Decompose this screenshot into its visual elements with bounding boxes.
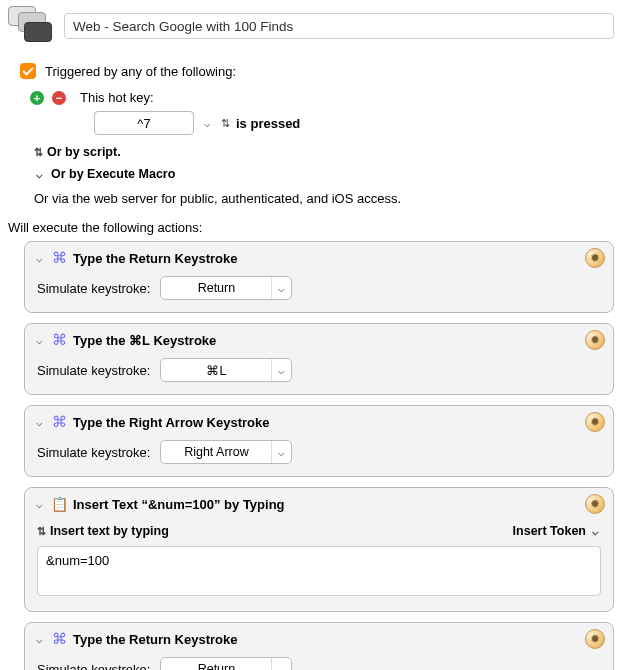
gear-icon[interactable]: ✹	[585, 248, 605, 268]
chevron-down-icon[interactable]: ⌵	[271, 359, 291, 381]
disclosure-chevron-icon[interactable]: ⌵	[33, 416, 45, 429]
actions-list: ⌵ ⌘ Type the Return Keystroke ✹ Simulate…	[24, 241, 614, 670]
or-webserver-label: Or via the web server for public, authen…	[34, 191, 614, 206]
keystroke-select[interactable]: Right Arrow ⌵	[160, 440, 292, 464]
command-icon: ⌘	[51, 630, 67, 648]
triggered-by-label: Triggered by any of the following:	[45, 64, 236, 79]
keystroke-select[interactable]: Return ⌵	[160, 276, 292, 300]
triggered-enabled-checkbox[interactable]	[20, 63, 36, 79]
simulate-label: Simulate keystroke:	[37, 662, 150, 671]
pressed-label: is pressed	[236, 116, 300, 131]
hotkey-field[interactable]	[94, 111, 194, 135]
chevron-down-icon[interactable]: ⌵	[271, 658, 291, 670]
chevron-down-icon: ⌵	[590, 525, 601, 538]
action-card: ⌵ ⌘ Type the Return Keystroke ✹ Simulate…	[24, 622, 614, 670]
will-execute-label: Will execute the following actions:	[8, 220, 614, 235]
add-trigger-icon[interactable]: +	[30, 91, 44, 105]
gear-icon[interactable]: ✹	[585, 330, 605, 350]
disclosure-chevron-icon[interactable]: ⌵	[33, 498, 45, 511]
simulate-label: Simulate keystroke:	[37, 445, 150, 460]
gear-icon[interactable]: ✹	[585, 494, 605, 514]
insert-token-label: Insert Token	[513, 524, 586, 538]
action-card: ⌵ ⌘ Type the ⌘L Keystroke ✹ Simulate key…	[24, 323, 614, 395]
disclosure-chevron-icon[interactable]: ⌵	[33, 334, 45, 347]
keystroke-select[interactable]: ⌘L ⌵	[160, 358, 292, 382]
or-execute-chevron-icon[interactable]: ⌵	[34, 168, 45, 181]
disclosure-chevron-icon[interactable]: ⌵	[33, 633, 45, 646]
chevron-down-icon[interactable]: ⌵	[271, 277, 291, 299]
gear-icon[interactable]: ✹	[585, 412, 605, 432]
app-icon	[8, 6, 52, 46]
insert-token-button[interactable]: Insert Token ⌵	[513, 524, 601, 538]
remove-trigger-icon[interactable]: −	[52, 91, 66, 105]
insert-text-field[interactable]	[37, 546, 601, 596]
keystroke-value: Return	[161, 658, 271, 670]
keystroke-select[interactable]: Return ⌵	[160, 657, 292, 670]
keystroke-value: Return	[161, 277, 271, 299]
action-title: Type the Right Arrow Keystroke	[73, 415, 579, 430]
action-title: Type the Return Keystroke	[73, 632, 579, 647]
or-by-script-label: Or by script.	[47, 145, 121, 159]
hotkey-label: This hot key:	[80, 90, 154, 105]
command-icon: ⌘	[51, 331, 67, 349]
insert-mode-updown-icon[interactable]: ⇅	[37, 525, 44, 538]
simulate-label: Simulate keystroke:	[37, 281, 150, 296]
action-card: ⌵ 📋 Insert Text “&num=100” by Typing ✹ ⇅…	[24, 487, 614, 612]
command-icon: ⌘	[51, 249, 67, 267]
clipboard-icon: 📋	[51, 496, 67, 512]
action-title: Type the Return Keystroke	[73, 251, 579, 266]
action-title: Type the ⌘L Keystroke	[73, 333, 579, 348]
action-title: Insert Text “&num=100” by Typing	[73, 497, 579, 512]
macro-title-input[interactable]	[64, 13, 614, 39]
insert-by-typing-label: Insert text by typing	[50, 524, 169, 538]
action-card: ⌵ ⌘ Type the Right Arrow Keystroke ✹ Sim…	[24, 405, 614, 477]
hotkey-menu-chevron[interactable]: ⌵	[202, 117, 213, 130]
keystroke-value: ⌘L	[161, 359, 271, 381]
disclosure-chevron-icon[interactable]: ⌵	[33, 252, 45, 265]
keystroke-value: Right Arrow	[161, 441, 271, 463]
chevron-down-icon[interactable]: ⌵	[271, 441, 291, 463]
or-by-execute-macro-label: Or by Execute Macro	[51, 167, 175, 181]
action-card: ⌵ ⌘ Type the Return Keystroke ✹ Simulate…	[24, 241, 614, 313]
command-icon: ⌘	[51, 413, 67, 431]
or-script-updown-icon[interactable]: ⇅	[34, 146, 41, 159]
gear-icon[interactable]: ✹	[585, 629, 605, 649]
pressed-updown-icon[interactable]: ⇅	[221, 117, 228, 130]
simulate-label: Simulate keystroke:	[37, 363, 150, 378]
